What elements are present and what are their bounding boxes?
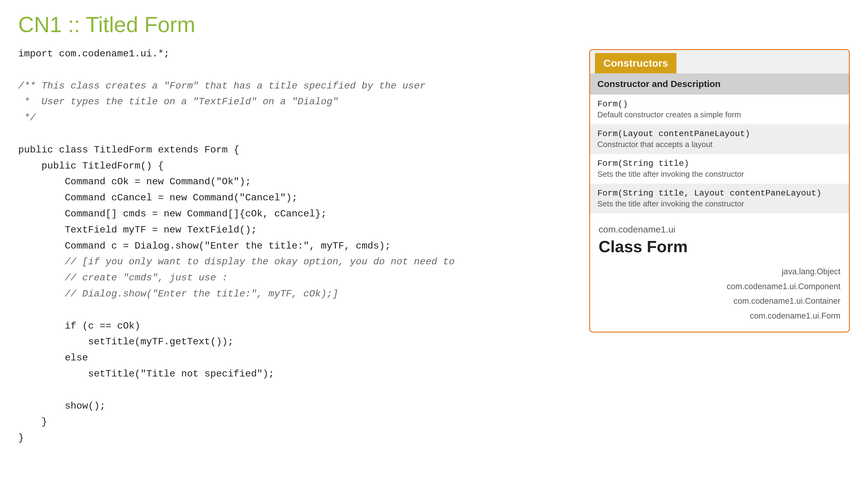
table-header: Constructor and Description [590,73,849,95]
constructor-row-1: Form(Layout contentPaneLayout)Constructo… [590,124,849,154]
constructors-tab[interactable]: Constructors [595,53,677,73]
package-name: com.codename1.ui [598,224,840,235]
page-title: CN1 :: Titled Form [0,0,868,46]
constructor-row-2: Form(String title)Sets the title after i… [590,154,849,184]
constructor-row-3: Form(String title, Layout contentPaneLay… [590,184,849,213]
constructor-desc: Constructor that accepts a layout [597,140,842,149]
constructor-sig: Form(Layout contentPaneLayout) [597,129,842,139]
class-info: com.codename1.ui Class Form java.lang.Ob… [590,213,849,332]
class-name: Class Form [598,237,840,256]
constructor-sig: Form(String title, Layout contentPaneLay… [597,188,842,198]
constructor-desc: Sets the title after invoking the constr… [597,199,842,209]
code-section: import com.codename1.ui.*; /** This clas… [18,46,565,446]
constructor-desc: Sets the title after invoking the constr… [597,170,842,179]
constructor-sig: Form(String title) [597,159,842,168]
class-hierarchy: java.lang.Objectcom.codename1.ui.Compone… [598,264,840,323]
constructors-tab-row: Constructors [590,50,849,73]
right-panel: Constructors Constructor and Description… [589,49,850,333]
main-content: import com.codename1.ui.*; /** This clas… [0,46,868,446]
constructors-table: Constructor and Description Form()Defaul… [590,73,849,213]
code-block: import com.codename1.ui.*; /** This clas… [18,46,565,446]
constructor-row-0: Form()Default constructor creates a simp… [590,95,849,124]
constructor-sig: Form() [597,99,842,109]
constructor-desc: Default constructor creates a simple for… [597,110,842,119]
